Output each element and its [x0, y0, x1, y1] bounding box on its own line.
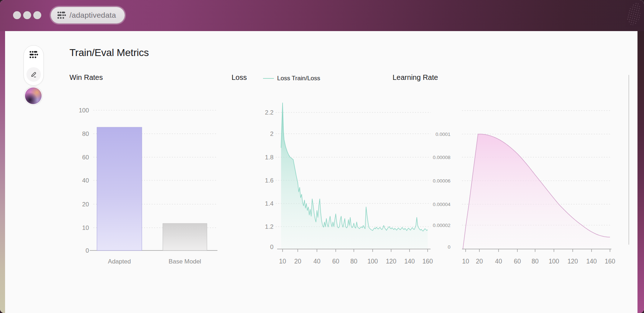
- x-tick-label: 20: [294, 258, 301, 265]
- x-tick-label: 10: [462, 258, 469, 265]
- y-tick-label: 10: [82, 224, 89, 231]
- y-tick-label: 0.00002: [433, 223, 450, 228]
- y-tick-label: 0: [86, 247, 89, 254]
- address-pill[interactable]: /adaptivedata: [51, 7, 125, 23]
- titlebar: /adaptivedata: [0, 0, 644, 31]
- learning-rate-area: [463, 134, 610, 249]
- leaf-pattern-decoration: [626, 1, 643, 26]
- x-tick-label: 40: [313, 258, 321, 265]
- y-tick-label: 0: [448, 244, 450, 250]
- x-tick-label: 20: [476, 258, 483, 265]
- app-window: /adaptivedata: [0, 0, 644, 313]
- x-tick-label: 140: [586, 258, 597, 265]
- x-tick-label: 10: [279, 258, 286, 265]
- learning-rate-chart: 0.00010.000080.000060.000040.00002010204…: [386, 82, 624, 270]
- x-category-label: Base Model: [169, 258, 201, 265]
- traffic-light-zoom-button[interactable]: [33, 11, 41, 19]
- y-tick-label: 1.4: [265, 200, 274, 207]
- x-category-label: Adapted: [108, 258, 131, 265]
- pencil-icon: [30, 70, 38, 79]
- traffic-light-minimize-button[interactable]: [23, 11, 31, 19]
- win-rates-chart: 10080604020100AdaptedBase Model: [63, 82, 237, 270]
- y-tick-label: 80: [82, 130, 89, 137]
- traffic-light-close-button[interactable]: [13, 11, 21, 19]
- y-tick-label: 0.00006: [433, 178, 450, 184]
- frame-right-edge: [637, 31, 644, 313]
- edit-button[interactable]: [26, 67, 41, 82]
- learning-rate-title: Learning Rate: [393, 73, 438, 82]
- loss-legend: Loss Train/Loss: [263, 75, 320, 82]
- user-avatar[interactable]: [25, 87, 42, 104]
- x-tick-label: 120: [567, 258, 578, 265]
- address-url: /adaptivedata: [69, 11, 116, 20]
- page-title: Train/Eval Metrics: [69, 47, 149, 59]
- x-tick-label: 40: [495, 258, 502, 265]
- adaptive-logo-icon: [29, 50, 38, 60]
- home-logo-button[interactable]: [26, 48, 41, 62]
- y-tick-label: 40: [82, 177, 89, 184]
- y-tick-label: 0.00008: [433, 155, 450, 160]
- x-tick-label: 160: [605, 258, 615, 265]
- sidebar-toolbar: [24, 45, 44, 86]
- bar-adapted: [97, 127, 142, 250]
- y-tick-label: 1.6: [265, 177, 274, 184]
- x-tick-label: 60: [332, 258, 339, 265]
- y-tick-label: 100: [79, 107, 89, 114]
- y-tick-label: 0.00004: [433, 202, 450, 207]
- y-tick-label: 1.2: [265, 223, 274, 230]
- win-rates-title: Win Rates: [69, 73, 103, 82]
- y-tick-label: 1.8: [265, 154, 274, 161]
- y-tick-label: 60: [82, 154, 89, 161]
- bar-base-model: [163, 223, 207, 250]
- x-tick-label: 100: [548, 258, 559, 265]
- vertical-scrollbar[interactable]: [628, 75, 629, 245]
- loss-legend-swatch-icon: [263, 78, 274, 79]
- frame-left-edge: [0, 31, 5, 313]
- y-tick-label: 2.2: [265, 109, 274, 116]
- y-tick-label: 0: [270, 244, 274, 250]
- y-tick-label: 0.0001: [436, 132, 450, 137]
- x-tick-label: 60: [514, 258, 521, 265]
- loss-title: Loss: [232, 73, 247, 82]
- loss-legend-label: Loss Train/Loss: [277, 75, 320, 82]
- adaptive-logo-icon: [57, 10, 66, 20]
- x-tick-label: 80: [531, 258, 539, 265]
- y-tick-label: 2: [270, 130, 274, 137]
- main-content: Train/Eval Metrics Win Rates Loss Loss T…: [5, 31, 637, 313]
- x-tick-label: 100: [367, 258, 378, 265]
- x-tick-label: 80: [350, 258, 357, 265]
- y-tick-label: 20: [82, 201, 89, 208]
